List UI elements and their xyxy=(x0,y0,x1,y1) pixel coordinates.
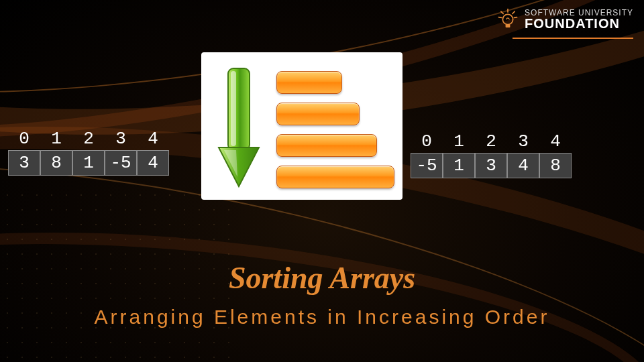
bar xyxy=(276,71,342,94)
array-index: 1 xyxy=(443,130,475,153)
brand-line2: FOUNDATION xyxy=(525,17,633,30)
svg-marker-10 xyxy=(224,150,237,177)
brand-text: SOFTWARE UNIVERSITY FOUNDATION xyxy=(525,9,633,30)
sorted-array: 01234 -51348 xyxy=(411,130,572,178)
array-cell: -5 xyxy=(105,150,137,176)
lightbulb-icon xyxy=(496,8,519,31)
svg-line-4 xyxy=(514,17,517,18)
array-cell: 3 xyxy=(8,150,40,176)
sort-clipart xyxy=(201,52,402,200)
array-cell: -5 xyxy=(411,153,443,178)
array-cell: 3 xyxy=(475,153,507,178)
slide-title: Sorting Arrays xyxy=(0,260,644,296)
array-index: 4 xyxy=(137,127,169,150)
array-cell: 4 xyxy=(507,153,539,178)
array-index: 0 xyxy=(8,127,40,150)
slide-subtitle: Arranging Elements in Increasing Order xyxy=(0,306,644,328)
array-index: 1 xyxy=(40,127,72,150)
svg-line-3 xyxy=(498,17,501,18)
array-cell: 4 xyxy=(137,150,169,176)
svg-marker-9 xyxy=(219,147,259,186)
array-cell: 8 xyxy=(40,150,72,176)
svg-rect-8 xyxy=(231,71,236,146)
array-index: 4 xyxy=(539,130,572,153)
array-index: 0 xyxy=(411,130,443,153)
slide: SOFTWARE UNIVERSITY FOUNDATION 01234 381… xyxy=(0,0,644,362)
bar xyxy=(276,103,360,125)
array-index: 2 xyxy=(475,130,507,153)
array-index: 3 xyxy=(507,130,539,153)
down-arrow-icon xyxy=(213,64,264,189)
svg-point-5 xyxy=(502,14,513,24)
svg-rect-6 xyxy=(506,25,511,27)
bar xyxy=(276,134,377,157)
array-cell: 1 xyxy=(443,153,475,178)
array-index: 3 xyxy=(105,127,137,150)
array-index: 2 xyxy=(72,127,105,150)
array-cell: 1 xyxy=(72,150,105,176)
svg-line-1 xyxy=(501,11,503,13)
svg-line-2 xyxy=(513,11,515,13)
brand-underline xyxy=(513,38,633,39)
sorted-bars-icon xyxy=(276,71,394,188)
brand-logo: SOFTWARE UNIVERSITY FOUNDATION xyxy=(496,8,633,31)
unsorted-array: 01234 381-54 xyxy=(8,127,169,176)
bar xyxy=(276,166,394,188)
array-cell: 8 xyxy=(539,153,572,178)
